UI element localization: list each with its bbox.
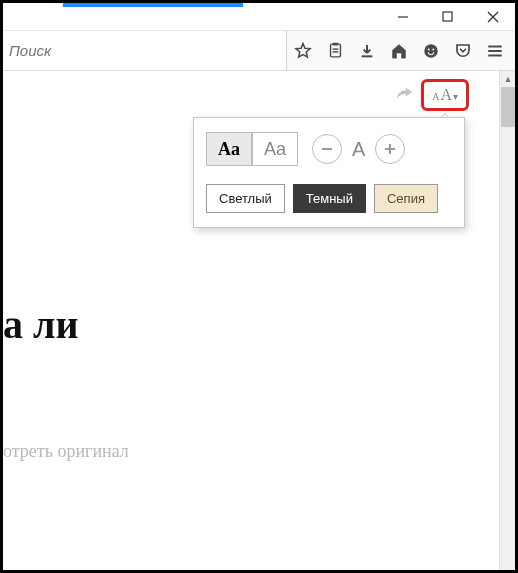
hamburger-icon [486, 42, 504, 60]
theme-sepia-button[interactable]: Сепия [374, 184, 438, 213]
font-family-toggle[interactable]: Aa Aa [206, 132, 298, 166]
svg-rect-5 [332, 43, 338, 46]
increase-font-button[interactable] [375, 134, 405, 164]
close-icon [487, 11, 499, 23]
aa-dot-icon: ▾ [453, 91, 458, 102]
svg-point-10 [428, 48, 430, 50]
pocket-button[interactable] [447, 35, 479, 67]
maximize-button[interactable] [425, 3, 470, 31]
font-row: Aa Aa A [206, 132, 452, 166]
reader-toolbar: A A ▾ [3, 79, 499, 111]
pocket-icon [454, 42, 472, 60]
svg-point-9 [424, 44, 438, 58]
home-button[interactable] [383, 35, 415, 67]
share-button[interactable] [393, 84, 415, 106]
type-controls-button[interactable]: A A ▾ [421, 79, 469, 111]
minus-icon [320, 142, 334, 156]
content-area: A A ▾ Aa Aa A [3, 71, 515, 570]
download-arrow-icon [359, 43, 375, 59]
aa-large-icon: A [440, 86, 452, 104]
type-controls-panel: Aa Aa A Светлый Темный [193, 117, 465, 228]
font-serif-option[interactable]: Aa [206, 132, 252, 166]
svg-rect-1 [443, 12, 452, 21]
svg-rect-4 [330, 44, 340, 57]
scroll-up-icon[interactable]: ▲ [500, 71, 516, 87]
search-input[interactable] [3, 31, 287, 70]
aa-small-icon: A [432, 91, 439, 102]
svg-point-11 [432, 48, 434, 50]
main-toolbar [3, 31, 515, 71]
clipboard-button[interactable] [319, 35, 351, 67]
smiley-icon [422, 42, 440, 60]
minimize-button[interactable] [380, 3, 425, 31]
clipboard-icon [327, 42, 344, 59]
bookmark-star-button[interactable] [287, 35, 319, 67]
scroll-thumb[interactable] [501, 87, 515, 127]
star-icon [294, 42, 312, 60]
home-icon [390, 42, 408, 60]
menu-button[interactable] [479, 35, 511, 67]
font-size-indicator: A [352, 138, 365, 161]
title-bar [3, 3, 515, 31]
minimize-icon [397, 11, 409, 23]
decrease-font-button[interactable] [312, 134, 342, 164]
smiley-button[interactable] [415, 35, 447, 67]
tab-accent [63, 3, 243, 7]
reader-content: A A ▾ Aa Aa A [3, 71, 499, 570]
page-subtitle: отреть оригинал [3, 441, 129, 462]
theme-row: Светлый Темный Сепия [206, 184, 452, 213]
theme-light-button[interactable]: Светлый [206, 184, 285, 213]
theme-dark-button[interactable]: Темный [293, 184, 366, 213]
vertical-scrollbar[interactable]: ▲ [499, 71, 515, 570]
page-title: а ли [3, 301, 79, 348]
font-size-group: A [312, 134, 405, 164]
maximize-icon [442, 11, 453, 22]
close-button[interactable] [470, 3, 515, 31]
share-arrow-icon [393, 84, 415, 102]
plus-icon [383, 142, 397, 156]
downloads-button[interactable] [351, 35, 383, 67]
font-sans-option[interactable]: Aa [252, 132, 298, 166]
